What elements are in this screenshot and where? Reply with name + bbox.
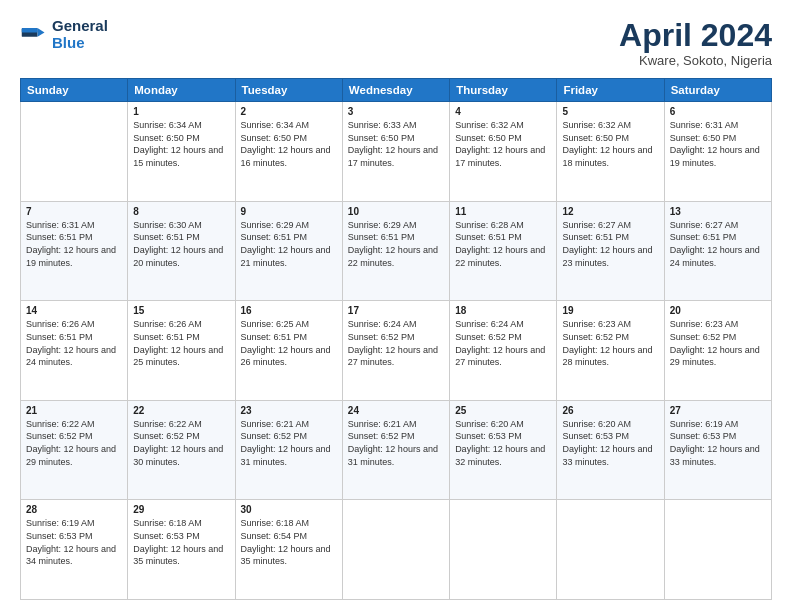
calendar-cell: 10Sunrise: 6:29 AMSunset: 6:51 PMDayligh… (342, 201, 449, 301)
col-header-sunday: Sunday (21, 79, 128, 102)
day-number: 21 (26, 405, 122, 416)
day-info: Sunrise: 6:23 AMSunset: 6:52 PMDaylight:… (562, 318, 658, 368)
day-number: 29 (133, 504, 229, 515)
page: General Blue April 2024 Kware, Sokoto, N… (0, 0, 792, 612)
calendar-cell (557, 500, 664, 600)
calendar-cell: 6Sunrise: 6:31 AMSunset: 6:50 PMDaylight… (664, 102, 771, 202)
day-number: 18 (455, 305, 551, 316)
day-info: Sunrise: 6:32 AMSunset: 6:50 PMDaylight:… (455, 119, 551, 169)
logo-icon (20, 21, 48, 49)
main-title: April 2024 (619, 18, 772, 53)
day-number: 3 (348, 106, 444, 117)
calendar-cell (21, 102, 128, 202)
day-info: Sunrise: 6:27 AMSunset: 6:51 PMDaylight:… (562, 219, 658, 269)
week-row-4: 21Sunrise: 6:22 AMSunset: 6:52 PMDayligh… (21, 400, 772, 500)
day-number: 26 (562, 405, 658, 416)
location-subtitle: Kware, Sokoto, Nigeria (619, 53, 772, 68)
day-number: 27 (670, 405, 766, 416)
calendar-cell: 18Sunrise: 6:24 AMSunset: 6:52 PMDayligh… (450, 301, 557, 401)
day-info: Sunrise: 6:23 AMSunset: 6:52 PMDaylight:… (670, 318, 766, 368)
week-row-2: 7Sunrise: 6:31 AMSunset: 6:51 PMDaylight… (21, 201, 772, 301)
day-number: 11 (455, 206, 551, 217)
svg-rect-2 (22, 28, 38, 32)
calendar-cell: 9Sunrise: 6:29 AMSunset: 6:51 PMDaylight… (235, 201, 342, 301)
col-header-tuesday: Tuesday (235, 79, 342, 102)
day-number: 25 (455, 405, 551, 416)
day-number: 17 (348, 305, 444, 316)
day-info: Sunrise: 6:31 AMSunset: 6:51 PMDaylight:… (26, 219, 122, 269)
calendar-cell: 7Sunrise: 6:31 AMSunset: 6:51 PMDaylight… (21, 201, 128, 301)
col-header-wednesday: Wednesday (342, 79, 449, 102)
day-info: Sunrise: 6:19 AMSunset: 6:53 PMDaylight:… (26, 517, 122, 567)
day-number: 15 (133, 305, 229, 316)
calendar-cell: 13Sunrise: 6:27 AMSunset: 6:51 PMDayligh… (664, 201, 771, 301)
calendar-cell: 11Sunrise: 6:28 AMSunset: 6:51 PMDayligh… (450, 201, 557, 301)
calendar-cell: 21Sunrise: 6:22 AMSunset: 6:52 PMDayligh… (21, 400, 128, 500)
day-number: 6 (670, 106, 766, 117)
calendar-cell: 20Sunrise: 6:23 AMSunset: 6:52 PMDayligh… (664, 301, 771, 401)
day-info: Sunrise: 6:30 AMSunset: 6:51 PMDaylight:… (133, 219, 229, 269)
day-info: Sunrise: 6:21 AMSunset: 6:52 PMDaylight:… (241, 418, 337, 468)
week-row-5: 28Sunrise: 6:19 AMSunset: 6:53 PMDayligh… (21, 500, 772, 600)
day-number: 10 (348, 206, 444, 217)
day-info: Sunrise: 6:27 AMSunset: 6:51 PMDaylight:… (670, 219, 766, 269)
calendar-cell: 22Sunrise: 6:22 AMSunset: 6:52 PMDayligh… (128, 400, 235, 500)
day-info: Sunrise: 6:19 AMSunset: 6:53 PMDaylight:… (670, 418, 766, 468)
logo-line2: Blue (52, 35, 108, 52)
day-number: 19 (562, 305, 658, 316)
header-row: SundayMondayTuesdayWednesdayThursdayFrid… (21, 79, 772, 102)
day-number: 5 (562, 106, 658, 117)
day-info: Sunrise: 6:22 AMSunset: 6:52 PMDaylight:… (133, 418, 229, 468)
day-number: 22 (133, 405, 229, 416)
calendar-cell: 14Sunrise: 6:26 AMSunset: 6:51 PMDayligh… (21, 301, 128, 401)
day-info: Sunrise: 6:22 AMSunset: 6:52 PMDaylight:… (26, 418, 122, 468)
col-header-saturday: Saturday (664, 79, 771, 102)
day-info: Sunrise: 6:24 AMSunset: 6:52 PMDaylight:… (455, 318, 551, 368)
calendar-cell: 17Sunrise: 6:24 AMSunset: 6:52 PMDayligh… (342, 301, 449, 401)
day-number: 20 (670, 305, 766, 316)
day-info: Sunrise: 6:21 AMSunset: 6:52 PMDaylight:… (348, 418, 444, 468)
day-info: Sunrise: 6:33 AMSunset: 6:50 PMDaylight:… (348, 119, 444, 169)
day-number: 4 (455, 106, 551, 117)
day-info: Sunrise: 6:34 AMSunset: 6:50 PMDaylight:… (241, 119, 337, 169)
calendar-cell: 25Sunrise: 6:20 AMSunset: 6:53 PMDayligh… (450, 400, 557, 500)
day-number: 24 (348, 405, 444, 416)
calendar-cell (342, 500, 449, 600)
day-number: 16 (241, 305, 337, 316)
calendar-cell: 3Sunrise: 6:33 AMSunset: 6:50 PMDaylight… (342, 102, 449, 202)
day-info: Sunrise: 6:20 AMSunset: 6:53 PMDaylight:… (562, 418, 658, 468)
day-number: 28 (26, 504, 122, 515)
day-info: Sunrise: 6:18 AMSunset: 6:53 PMDaylight:… (133, 517, 229, 567)
day-info: Sunrise: 6:34 AMSunset: 6:50 PMDaylight:… (133, 119, 229, 169)
calendar-cell (664, 500, 771, 600)
calendar-table: SundayMondayTuesdayWednesdayThursdayFrid… (20, 78, 772, 600)
col-header-friday: Friday (557, 79, 664, 102)
day-number: 14 (26, 305, 122, 316)
calendar-cell: 24Sunrise: 6:21 AMSunset: 6:52 PMDayligh… (342, 400, 449, 500)
calendar-cell: 8Sunrise: 6:30 AMSunset: 6:51 PMDaylight… (128, 201, 235, 301)
calendar-cell: 1Sunrise: 6:34 AMSunset: 6:50 PMDaylight… (128, 102, 235, 202)
calendar-cell: 27Sunrise: 6:19 AMSunset: 6:53 PMDayligh… (664, 400, 771, 500)
col-header-monday: Monday (128, 79, 235, 102)
day-number: 2 (241, 106, 337, 117)
day-number: 30 (241, 504, 337, 515)
header: General Blue April 2024 Kware, Sokoto, N… (20, 18, 772, 68)
day-info: Sunrise: 6:29 AMSunset: 6:51 PMDaylight:… (348, 219, 444, 269)
day-number: 9 (241, 206, 337, 217)
day-info: Sunrise: 6:25 AMSunset: 6:51 PMDaylight:… (241, 318, 337, 368)
week-row-1: 1Sunrise: 6:34 AMSunset: 6:50 PMDaylight… (21, 102, 772, 202)
calendar-cell: 29Sunrise: 6:18 AMSunset: 6:53 PMDayligh… (128, 500, 235, 600)
day-number: 8 (133, 206, 229, 217)
calendar-cell: 23Sunrise: 6:21 AMSunset: 6:52 PMDayligh… (235, 400, 342, 500)
day-info: Sunrise: 6:28 AMSunset: 6:51 PMDaylight:… (455, 219, 551, 269)
logo-line1: General (52, 18, 108, 35)
day-info: Sunrise: 6:32 AMSunset: 6:50 PMDaylight:… (562, 119, 658, 169)
week-row-3: 14Sunrise: 6:26 AMSunset: 6:51 PMDayligh… (21, 301, 772, 401)
calendar-cell: 12Sunrise: 6:27 AMSunset: 6:51 PMDayligh… (557, 201, 664, 301)
day-number: 23 (241, 405, 337, 416)
day-info: Sunrise: 6:29 AMSunset: 6:51 PMDaylight:… (241, 219, 337, 269)
day-number: 13 (670, 206, 766, 217)
calendar-cell: 16Sunrise: 6:25 AMSunset: 6:51 PMDayligh… (235, 301, 342, 401)
day-info: Sunrise: 6:26 AMSunset: 6:51 PMDaylight:… (26, 318, 122, 368)
calendar-cell: 28Sunrise: 6:19 AMSunset: 6:53 PMDayligh… (21, 500, 128, 600)
